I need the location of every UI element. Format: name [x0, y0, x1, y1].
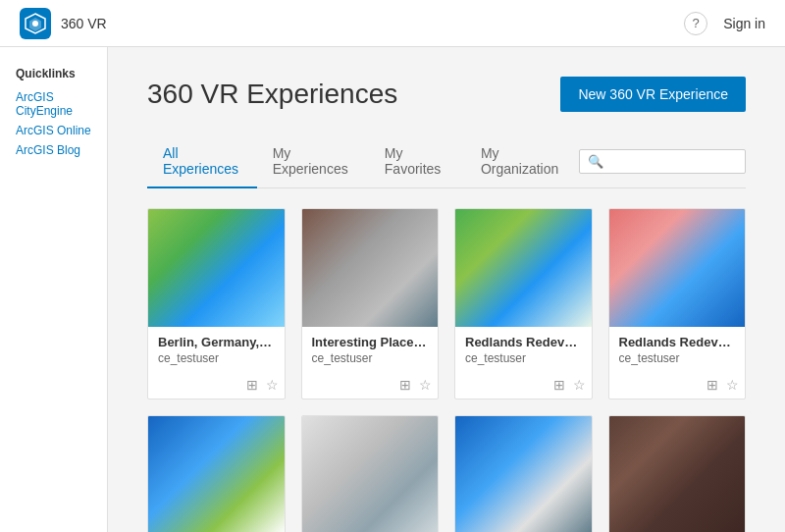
header-title: 360 VR [61, 16, 107, 31]
card-2-actions: ⊞ ☆ [302, 377, 439, 399]
tab-my-organization[interactable]: My Organization [465, 135, 579, 188]
sidebar-section-title: Quicklinks [16, 67, 91, 80]
tab-all-experiences[interactable]: All Experiences [147, 135, 257, 188]
card-1-thumbnail [148, 209, 285, 327]
card-8: Medieval_City_VR ce_testuser ⊞ ☆ [608, 415, 747, 532]
sidebar-link-blog[interactable]: ArcGIS Blog [16, 143, 91, 157]
header-right: ? Sign in [684, 12, 765, 35]
tab-my-experiences[interactable]: My Experiences [257, 135, 369, 188]
card-1-author: ce_testuser [158, 351, 275, 365]
card-2-body: Interesting Places_360VR.js ce_testuser [302, 327, 439, 377]
card-1: Berlin, Germany, 360 VR E... ce_testuser… [147, 208, 286, 399]
search-box: 🔍 [579, 149, 746, 174]
card-3-title: Redlands Redevelopment ... [465, 335, 582, 349]
app-logo-icon [20, 8, 51, 39]
card-6-thumbnail [302, 416, 439, 532]
card-2-author: ce_testuser [312, 351, 429, 365]
card-4-body: Redlands Redevelopment ce_testuser [609, 327, 746, 377]
sidebar-link-online[interactable]: ArcGIS Online [16, 124, 91, 137]
search-icon: 🔍 [588, 154, 603, 169]
card-3-preview-icon[interactable]: ⊞ [553, 377, 565, 393]
app-header: 360 VR ? Sign in [0, 0, 785, 47]
card-2-thumbnail [302, 209, 439, 327]
header-left: 360 VR [20, 8, 107, 39]
page-title: 360 VR Experiences [147, 79, 397, 110]
card-1-body: Berlin, Germany, 360 VR E... ce_testuser [148, 327, 285, 377]
card-3-thumbnail [455, 209, 592, 327]
card-2-title: Interesting Places_360VR.js [312, 335, 429, 349]
card-2: Interesting Places_360VR.js ce_testuser … [301, 208, 440, 399]
signin-button[interactable]: Sign in [723, 16, 765, 31]
sidebar-link-cityengine[interactable]: ArcGIS CityEngine [16, 90, 91, 118]
tab-my-favorites[interactable]: My Favorites [369, 135, 465, 188]
card-1-actions: ⊞ ☆ [148, 377, 285, 399]
sidebar: Quicklinks ArcGIS CityEngine ArcGIS Onli… [0, 47, 108, 532]
card-3-favorite-icon[interactable]: ☆ [573, 377, 586, 393]
main-header: 360 VR Experiences New 360 VR Experience [147, 77, 746, 112]
card-2-favorite-icon[interactable]: ☆ [419, 377, 432, 393]
card-3-actions: ⊞ ☆ [455, 377, 592, 399]
card-3: Redlands Redevelopment ... ce_testuser ⊞… [454, 208, 593, 399]
card-7-thumbnail [455, 416, 592, 532]
card-6: Winterthur_Lokstadt_v1 c... ce_testuser … [301, 415, 440, 532]
card-4-preview-icon[interactable]: ⊞ [706, 377, 718, 393]
card-4-title: Redlands Redevelopment [619, 335, 736, 349]
card-1-favorite-icon[interactable]: ☆ [266, 377, 279, 393]
card-1-title: Berlin, Germany, 360 VR E... [158, 335, 275, 349]
tabs-bar: All Experiences My Experiences My Favori… [147, 135, 746, 188]
card-5-thumbnail [148, 416, 285, 532]
new-experience-button[interactable]: New 360 VR Experience [560, 77, 746, 112]
main-content: 360 VR Experiences New 360 VR Experience… [108, 47, 785, 532]
card-8-thumbnail [609, 416, 746, 532]
card-4: Redlands Redevelopment ce_testuser ⊞ ☆ [608, 208, 747, 399]
card-4-actions: ⊞ ☆ [609, 377, 746, 399]
search-input[interactable] [609, 154, 737, 169]
card-7: 360VR Example Skybridge... ce_testuser ⊞… [454, 415, 593, 532]
card-4-favorite-icon[interactable]: ☆ [726, 377, 739, 393]
experiences-grid: Berlin, Germany, 360 VR E... ce_testuser… [147, 208, 746, 532]
svg-point-1 [32, 21, 38, 27]
card-1-preview-icon[interactable]: ⊞ [246, 377, 258, 393]
tabs-list: All Experiences My Experiences My Favori… [147, 135, 579, 187]
card-3-body: Redlands Redevelopment ... ce_testuser [455, 327, 592, 377]
card-4-thumbnail [609, 209, 746, 327]
card-3-author: ce_testuser [465, 351, 582, 365]
help-button[interactable]: ? [684, 12, 707, 35]
card-2-preview-icon[interactable]: ⊞ [399, 377, 411, 393]
card-4-author: ce_testuser [619, 351, 736, 365]
app-layout: Quicklinks ArcGIS CityEngine ArcGIS Onli… [0, 47, 785, 532]
card-5: Gebietsentwicklung_Man... ce_testuser ⊞ … [147, 415, 286, 532]
